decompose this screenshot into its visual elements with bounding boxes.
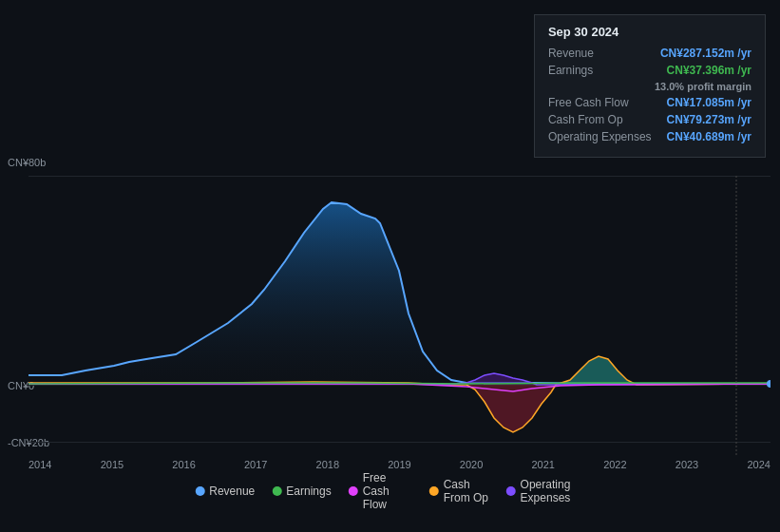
cursor-dot-revenue [767,380,770,388]
x-axis-labels: 2014 2015 2016 2017 2018 2019 2020 2021 … [29,459,770,470]
tooltip-label-revenue: Revenue [548,47,594,60]
tooltip-label-opex: Operating Expenses [548,130,652,143]
chart-svg [29,176,770,456]
y-axis-top-label: CN¥80b [8,157,46,168]
legend-item-earnings[interactable]: Earnings [272,484,331,498]
legend-label-revenue: Revenue [209,484,255,498]
legend-dot-earnings [272,486,281,496]
legend-dot-cfo [429,486,439,496]
fcf-line [29,384,770,391]
tooltip-row-opex: Operating Expenses CN¥40.689m /yr [548,130,751,143]
tooltip-value-opex: CN¥40.689m /yr [667,130,751,143]
legend-label-fcf: Free Cash Flow [363,471,412,511]
legend-item-revenue[interactable]: Revenue [195,484,255,498]
legend-dot-revenue [195,486,204,496]
x-label-2017: 2017 [244,459,267,470]
revenue-area [29,202,770,385]
tooltip-value-margin: 13.0% profit margin [655,81,751,92]
tooltip-row-revenue: Revenue CN¥287.152m /yr [548,47,751,60]
tooltip-value-cfo: CN¥79.273m /yr [667,113,751,126]
x-label-2022: 2022 [603,459,626,470]
x-label-2015: 2015 [101,459,124,470]
tooltip-row-fcf: Free Cash Flow CN¥17.085m /yr [548,96,751,109]
legend-item-fcf[interactable]: Free Cash Flow [349,471,412,511]
legend-label-cfo: Cash From Op [444,478,489,504]
chart-legend: Revenue Earnings Free Cash Flow Cash Fro… [195,471,585,511]
x-label-2018: 2018 [316,459,339,470]
x-label-2021: 2021 [531,459,554,470]
x-label-2014: 2014 [29,459,51,470]
tooltip-label-earnings: Earnings [548,64,593,77]
tooltip-panel: Sep 30 2024 Revenue CN¥287.152m /yr Earn… [534,14,766,158]
tooltip-row-earnings: Earnings CN¥37.396m /yr [548,64,751,77]
tooltip-value-earnings: CN¥37.396m /yr [667,64,751,77]
x-label-2016: 2016 [172,459,195,470]
tooltip-label-fcf: Free Cash Flow [548,96,629,109]
x-label-2023: 2023 [675,459,698,470]
legend-label-opex: Operating Expenses [521,478,585,504]
tooltip-value-revenue: CN¥287.152m /yr [660,47,751,60]
legend-dot-fcf [349,486,358,496]
legend-item-cfo[interactable]: Cash From Op [429,478,489,504]
tooltip-label-cfo: Cash From Op [548,113,623,126]
tooltip-row-margin: 13.0% profit margin [548,81,751,92]
tooltip-value-fcf: CN¥17.085m /yr [667,96,751,109]
legend-label-earnings: Earnings [286,484,331,498]
tooltip-title: Sep 30 2024 [548,25,751,39]
x-label-2020: 2020 [460,459,483,470]
legend-dot-opex [506,486,516,496]
tooltip-row-cfo: Cash From Op CN¥79.273m /yr [548,113,751,126]
x-label-2019: 2019 [388,459,410,470]
x-label-2024: 2024 [747,459,770,470]
legend-item-opex[interactable]: Operating Expenses [506,478,585,504]
